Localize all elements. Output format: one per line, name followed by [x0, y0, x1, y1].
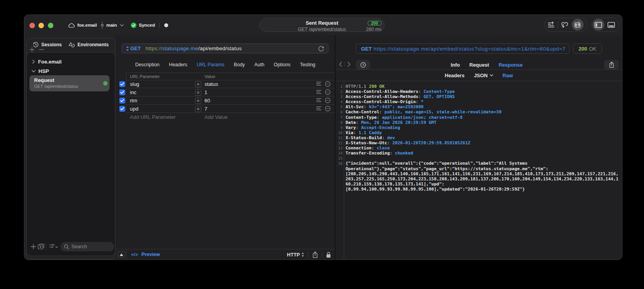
raw-response-view[interactable]: 1HTTP/1.1 200 OK2Access-Control-Allow-He…	[336, 81, 622, 260]
response-subtabs: HeadersJSONRaw	[336, 70, 622, 81]
add-request-button[interactable]	[31, 244, 36, 249]
toggle-sidebar-button[interactable]	[592, 18, 605, 31]
response-subtab-headers[interactable]: Headers	[445, 73, 465, 78]
param-checkbox[interactable]	[119, 89, 125, 95]
refresh-icon[interactable]	[318, 45, 324, 52]
remove-row-icon[interactable]	[325, 89, 330, 95]
response-line: 8Date: Mon, 26 Jan 2026 20:29:59 GMT	[336, 120, 622, 125]
param-checkbox[interactable]	[119, 106, 125, 112]
line-number: 8	[336, 120, 343, 125]
tree-item-hsp[interactable]: HSP	[32, 68, 49, 74]
sync-check-icon	[131, 22, 137, 28]
protocol-selector[interactable]: HTTP	[287, 252, 304, 258]
tab-url-params[interactable]: URL Params	[197, 62, 224, 67]
param-value[interactable]: 7	[204, 106, 207, 112]
project-name[interactable]: foe.email	[77, 22, 97, 28]
sync-loop-button[interactable]	[558, 18, 571, 31]
response-subtab-json[interactable]: JSON	[474, 73, 493, 78]
branch-name[interactable]: main	[106, 22, 117, 28]
toggle-bottom-panel-button[interactable]	[605, 18, 618, 31]
add-value-placeholder[interactable]: Add Value	[204, 114, 228, 120]
chevron-down-icon[interactable]	[120, 24, 124, 27]
export-list-button[interactable]	[545, 18, 558, 31]
url-scheme: https	[146, 45, 158, 51]
search-input[interactable]: Search	[60, 242, 114, 251]
add-session-button[interactable]	[29, 47, 35, 52]
chevron-right-icon[interactable]	[32, 60, 35, 64]
param-checkbox[interactable]	[119, 81, 125, 87]
response-line: 1HTTP/1.1 200 OK	[336, 84, 622, 89]
method-selector[interactable]: GET	[126, 45, 141, 51]
zoom-window-button[interactable]	[48, 23, 53, 28]
tab-testing[interactable]: Testing	[300, 62, 315, 67]
param-name[interactable]: upd	[130, 106, 139, 112]
view-options-button[interactable]	[49, 244, 58, 249]
tab-description[interactable]: Description	[135, 62, 159, 67]
param-name[interactable]: slug	[130, 81, 139, 87]
response-tab-response[interactable]: Response	[498, 62, 522, 68]
param-operator[interactable]: =	[195, 81, 201, 87]
tab-auth[interactable]: Auth	[254, 62, 265, 67]
collapse-panel-button[interactable]	[118, 251, 125, 258]
response-panel: GET https://statuspage.me/api/embed/stat…	[336, 35, 622, 260]
tab-sessions[interactable]: Sessions	[33, 42, 62, 47]
forward-icon[interactable]	[347, 62, 351, 67]
request-url[interactable]: https://statuspage.me/api/embed/status	[146, 45, 242, 51]
preview-button[interactable]: </> Preview	[131, 252, 160, 257]
response-tab-request[interactable]: Request	[469, 62, 489, 68]
line-number	[336, 171, 343, 176]
row-menu-icon[interactable]	[316, 98, 321, 102]
param-value[interactable]: status	[204, 81, 218, 87]
param-row: rtm = 60	[116, 96, 335, 105]
request-bottom-bar: </> Preview HTTP	[116, 249, 335, 260]
request-url-bar[interactable]: GET https://statuspage.me/api/embed/stat…	[122, 44, 328, 53]
sidebar-tree-panel: Foe.email HSP Request GET /api/embed/sta…	[26, 52, 115, 256]
close-window-button[interactable]	[29, 23, 35, 28]
minimize-window-button[interactable]	[38, 23, 44, 28]
remove-row-icon[interactable]	[325, 106, 330, 111]
row-menu-icon[interactable]	[316, 90, 321, 94]
param-operator[interactable]: =	[195, 89, 201, 96]
cloud-icon	[68, 23, 75, 28]
remove-row-icon[interactable]	[325, 98, 330, 103]
response-line: 203,257,225,165,250,173,204,223,158,208,…	[336, 176, 622, 182]
tab-headers[interactable]: Headers	[169, 62, 187, 67]
line-number	[336, 187, 343, 192]
branch-icon	[100, 22, 104, 29]
line-text: [208,205,145,298,443,140,160,165,171,161…	[343, 171, 618, 176]
response-subtab-raw[interactable]: Raw	[503, 73, 513, 78]
share-icon[interactable]	[312, 251, 318, 258]
line-number: 6	[336, 109, 343, 115]
tree-item-foe-email[interactable]: Foe.email	[32, 59, 62, 65]
url-path: /api/embed/status	[198, 45, 242, 51]
line-number	[336, 182, 343, 187]
param-name[interactable]: rtm	[130, 98, 137, 104]
request-response-view-button[interactable]	[571, 18, 584, 31]
add-group-icon[interactable]	[38, 244, 44, 249]
param-operator[interactable]: =	[195, 98, 201, 104]
response-line: 11X-Status-Build: dev	[336, 135, 622, 140]
tab-options[interactable]: Options	[274, 62, 291, 67]
sync-status-label: Synced	[139, 22, 155, 28]
line-number: 13	[336, 145, 343, 151]
remove-row-icon[interactable]	[325, 81, 330, 87]
param-value[interactable]: 1	[204, 89, 207, 95]
response-tab-info[interactable]: Info	[451, 62, 460, 68]
response-line: 16{"incidents":null,"overall":{"code":"o…	[336, 161, 622, 166]
remove-session-button[interactable]	[38, 47, 44, 52]
back-icon[interactable]	[339, 62, 342, 67]
row-menu-icon[interactable]	[316, 106, 321, 111]
sent-request-pill[interactable]: Sent Request GET /api/embed/status 200 2…	[259, 18, 385, 32]
tab-body[interactable]: Body	[234, 62, 245, 67]
request-tabs: DescriptionHeadersURL ParamsBodyAuthOpti…	[116, 59, 335, 70]
param-value[interactable]: 60	[204, 98, 210, 104]
chevron-down-icon[interactable]	[31, 70, 36, 73]
param-operator[interactable]: =	[195, 106, 201, 112]
request-list-item-selected[interactable]: Request GET /api/embed/status	[29, 75, 109, 91]
tab-environments[interactable]: Environments	[69, 42, 108, 47]
row-menu-icon[interactable]	[316, 82, 321, 86]
param-checkbox[interactable]	[119, 98, 125, 104]
share-response-button[interactable]	[604, 60, 619, 69]
add-parameter-placeholder[interactable]: Add URL Parameter	[130, 114, 176, 120]
param-name[interactable]: inc	[130, 89, 137, 95]
